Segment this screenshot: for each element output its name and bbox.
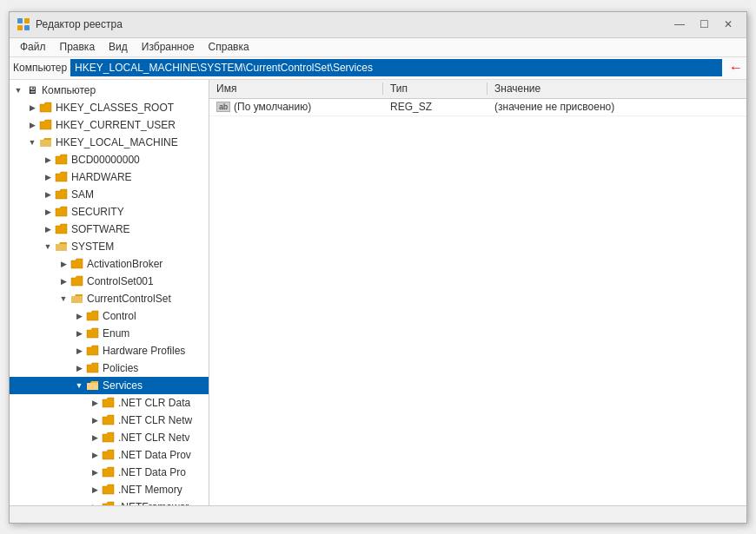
folder-icon-0 (39, 102, 53, 114)
tree-item-21[interactable]: ▶ .NET Data Pro (10, 464, 209, 481)
folder-icon-8 (55, 241, 69, 253)
folder-icon-12 (86, 310, 100, 322)
menu-bar: Файл Правка Вид Избранное Справка (10, 38, 746, 57)
tree-item-2[interactable]: ▼ HKEY_LOCAL_MACHINE (10, 134, 209, 151)
folder-icon-10 (70, 275, 84, 287)
col-header-name: Имя (209, 82, 383, 95)
tree-item-18[interactable]: ▶ .NET CLR Netw (10, 412, 209, 429)
tree-item-16[interactable]: ▼ Services (10, 377, 209, 394)
tree-label-3: BCD00000000 (71, 154, 140, 166)
cell-name-label-0: (По умолчанию) (234, 101, 311, 113)
col-header-value: Значение (487, 82, 746, 95)
tree-item-4[interactable]: ▶ HARDWARE (10, 168, 209, 186)
expand-15[interactable]: ▶ (72, 361, 86, 375)
expand-5[interactable]: ▶ (41, 188, 55, 201)
tree-item-7[interactable]: ▶ SOFTWARE (10, 221, 209, 238)
tree-label-20: .NET Data Prov (118, 449, 191, 461)
tree-label-10: ControlSet001 (87, 275, 154, 287)
tree-label-1: HKEY_CURRENT_USER (56, 119, 176, 131)
expand-18[interactable]: ▶ (88, 413, 102, 427)
tree-item-15[interactable]: ▶ Policies (10, 359, 209, 377)
expand-7[interactable]: ▶ (41, 222, 55, 236)
expand-6[interactable]: ▶ (41, 205, 55, 219)
tree-item-17[interactable]: ▶ .NET CLR Data (10, 394, 209, 412)
expand-20[interactable]: ▶ (88, 448, 102, 462)
expand-9[interactable]: ▶ (56, 257, 70, 271)
tree-label-15: Policies (103, 362, 138, 374)
tree-item-23[interactable]: ▶ .NETFramewor (10, 498, 209, 505)
tree-item-12[interactable]: ▶ Control (10, 307, 209, 325)
expand-2[interactable]: ▼ (25, 135, 39, 149)
window-title: Редактор реестра (36, 18, 668, 30)
tree-item-9[interactable]: ▶ ActivationBroker (10, 255, 209, 273)
cell-value-0: (значение не присвоено) (487, 101, 746, 113)
svg-rect-0 (17, 18, 23, 23)
tree-label-5: SAM (71, 188, 94, 201)
detail-header: Имя Тип Значение (209, 80, 746, 99)
tree-item-3[interactable]: ▶ BCD00000000 (10, 151, 209, 168)
detail-row-0[interactable]: ab (По умолчанию) REG_SZ (значение не пр… (209, 99, 746, 116)
address-input[interactable] (70, 59, 722, 76)
expand-12[interactable]: ▶ (72, 309, 86, 323)
status-bar (10, 505, 746, 523)
tree-item-11[interactable]: ▼ CurrentControlSet (10, 290, 209, 307)
expand-1[interactable]: ▶ (25, 118, 39, 132)
expand-10[interactable]: ▶ (56, 274, 70, 288)
menu-favorites[interactable]: Избранное (135, 39, 202, 55)
tree-item-13[interactable]: ▶ Enum (10, 325, 209, 342)
tree-item-19[interactable]: ▶ .NET CLR Netv (10, 429, 209, 446)
tree-label-8: SYSTEM (71, 241, 114, 253)
expand-22[interactable]: ▶ (88, 483, 102, 497)
menu-file[interactable]: Файл (13, 39, 53, 55)
expand-16[interactable]: ▼ (72, 379, 86, 392)
folder-icon-19 (102, 432, 116, 444)
expand-3[interactable]: ▶ (41, 153, 55, 167)
tree-item-6[interactable]: ▶ SECURITY (10, 203, 209, 221)
tree-label-11: CurrentControlSet (87, 293, 171, 305)
tree-item-20[interactable]: ▶ .NET Data Prov (10, 446, 209, 464)
expand-8[interactable]: ▼ (41, 240, 55, 254)
menu-edit[interactable]: Правка (53, 39, 103, 55)
folder-icon-6 (55, 206, 69, 218)
folder-icon-13 (86, 327, 100, 340)
expand-0[interactable]: ▶ (25, 101, 39, 115)
maximize-button[interactable]: ☐ (693, 15, 715, 34)
folder-icon-20 (102, 449, 116, 461)
tree-item-5[interactable]: ▶ SAM (10, 186, 209, 203)
tree-item-0[interactable]: ▶ HKEY_CLASSES_ROOT (10, 99, 209, 116)
expand-4[interactable]: ▶ (41, 170, 55, 184)
tree-label-17: .NET CLR Data (118, 397, 190, 409)
svg-rect-3 (24, 25, 30, 30)
folder-icon-14 (86, 345, 100, 357)
tree-item-22[interactable]: ▶ .NET Memory (10, 481, 209, 498)
folder-icon-3 (55, 154, 69, 166)
expand-17[interactable]: ▶ (88, 396, 102, 410)
expand-19[interactable]: ▶ (88, 431, 102, 445)
tree-label-12: Control (103, 310, 136, 322)
expand-21[interactable]: ▶ (88, 465, 102, 479)
tree-label-9: ActivationBroker (87, 258, 162, 270)
close-button[interactable]: ✕ (717, 15, 739, 34)
svg-rect-1 (24, 18, 30, 23)
tree-root[interactable]: ▼ 🖥 Компьютер (10, 82, 209, 99)
menu-view[interactable]: Вид (102, 39, 135, 55)
folder-icon-1 (39, 119, 53, 131)
tree-pane[interactable]: ▼ 🖥 Компьютер ▶ HKEY_CLASSES_ROOT ▶ HKEY… (10, 80, 209, 505)
tree-label-19: .NET CLR Netv (118, 432, 189, 444)
expand-computer[interactable]: ▼ (11, 83, 25, 97)
tree-label-4: HARDWARE (71, 171, 132, 183)
expand-11[interactable]: ▼ (56, 292, 70, 306)
tree-item-14[interactable]: ▶ Hardware Profiles (10, 342, 209, 359)
tree-item-1[interactable]: ▶ HKEY_CURRENT_USER (10, 116, 209, 134)
tree-item-8[interactable]: ▼ SYSTEM (10, 238, 209, 255)
tree-label-6: SECURITY (71, 206, 124, 218)
window-controls: — ☐ ✕ (668, 15, 739, 34)
expand-13[interactable]: ▶ (72, 326, 86, 340)
minimize-button[interactable]: — (668, 15, 691, 34)
tree-item-10[interactable]: ▶ ControlSet001 (10, 273, 209, 290)
expand-14[interactable]: ▶ (72, 344, 86, 358)
menu-help[interactable]: Справка (202, 39, 256, 55)
svg-rect-2 (17, 25, 23, 30)
folder-icon-5 (55, 188, 69, 201)
folder-icon-4 (55, 171, 69, 183)
